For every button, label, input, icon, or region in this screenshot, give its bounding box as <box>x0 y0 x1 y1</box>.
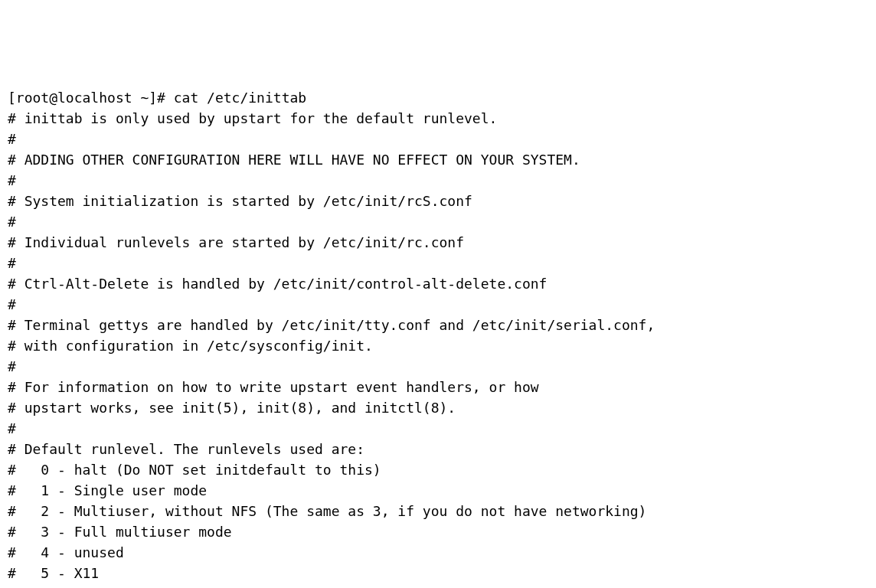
output-line: # 5 - X11 <box>8 565 99 581</box>
output-line: # 3 - Full multiuser mode <box>8 524 232 540</box>
command-input: cat /etc/inittab <box>174 90 306 106</box>
output-line: # <box>8 420 16 436</box>
output-line: # Ctrl-Alt-Delete is handled by /etc/ini… <box>8 276 547 292</box>
output-line: # 2 - Multiuser, without NFS (The same a… <box>8 503 646 519</box>
output-line: # For information on how to write upstar… <box>8 379 539 395</box>
output-line: # <box>8 255 16 271</box>
output-line: # Terminal gettys are handled by /etc/in… <box>8 317 655 333</box>
output-line: # 0 - halt (Do NOT set initdefault to th… <box>8 462 381 478</box>
shell-prompt: [root@localhost ~]# <box>8 90 174 106</box>
terminal[interactable]: [root@localhost ~]# cat /etc/inittab # i… <box>8 87 868 588</box>
output-line: # <box>8 131 16 147</box>
output-line: # <box>8 296 16 312</box>
output-line: # <box>8 358 16 374</box>
output-line: # with configuration in /etc/sysconfig/i… <box>8 338 373 354</box>
output-line: # 1 - Single user mode <box>8 482 207 498</box>
output-line: # 4 - unused <box>8 544 124 560</box>
output-line: # upstart works, see init(5), init(8), a… <box>8 400 456 416</box>
output-line: # inittab is only used by upstart for th… <box>8 110 497 126</box>
output-line: # System initialization is started by /e… <box>8 193 472 209</box>
output-line: # ADDING OTHER CONFIGURATION HERE WILL H… <box>8 152 580 168</box>
output-line: # <box>8 214 16 230</box>
output-line: # Individual runlevels are started by /e… <box>8 234 464 250</box>
output-line: # Default runlevel. The runlevels used a… <box>8 441 364 457</box>
output-line: # <box>8 172 16 188</box>
